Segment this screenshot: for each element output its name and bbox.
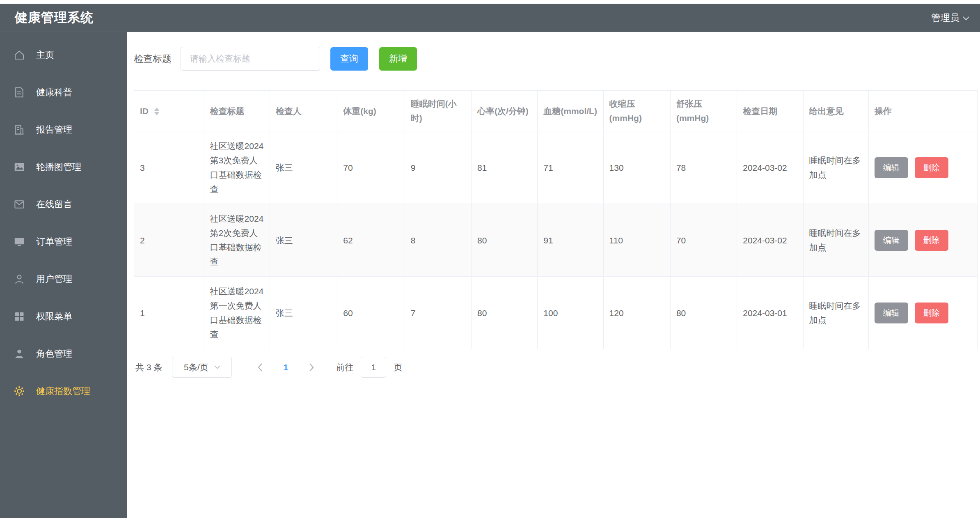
column-header-sleep: 睡眠时间(小时) xyxy=(405,91,471,131)
cell-opinion: 睡眠时间在多加点 xyxy=(803,131,868,204)
cell-id: 2 xyxy=(134,204,204,277)
cell-date: 2024-03-01 xyxy=(737,277,803,349)
sidebar-item-health-science[interactable]: 健康科普 xyxy=(0,73,127,111)
search-toolbar: 检查标题 查询 新增 xyxy=(134,47,978,71)
cell-opinion: 睡眠时间在多加点 xyxy=(803,204,868,277)
edit-button[interactable]: 编辑 xyxy=(875,230,908,251)
sidebar-item-label: 健康科普 xyxy=(36,86,72,99)
cell-blood-sugar: 71 xyxy=(538,131,603,204)
sidebar-item-label: 主页 xyxy=(36,49,54,61)
sort-icon[interactable] xyxy=(154,108,159,115)
delete-button[interactable]: 删除 xyxy=(915,157,948,178)
role-icon xyxy=(13,348,25,360)
goto-unit: 页 xyxy=(394,362,402,373)
admin-menu[interactable]: 管理员 xyxy=(931,11,969,24)
sidebar-item-label: 报告管理 xyxy=(36,124,72,136)
edit-button[interactable]: 编辑 xyxy=(875,303,908,323)
cell-sleep: 9 xyxy=(405,131,471,204)
sidebar-item-label: 订单管理 xyxy=(36,236,72,248)
cell-title: 社区送暖2024第一次免费人口基础数据检查 xyxy=(204,277,270,349)
column-header-id[interactable]: ID xyxy=(134,91,204,131)
search-input[interactable] xyxy=(181,47,320,71)
sidebar: 主页 健康科普 报告管理 轮播图管理 在线留言 xyxy=(0,32,127,518)
sidebar-item-roles[interactable]: 角色管理 xyxy=(0,335,127,372)
sidebar-item-label: 健康指数管理 xyxy=(36,385,90,397)
column-header-actions: 操作 xyxy=(868,91,977,131)
sidebar-item-label: 轮播图管理 xyxy=(36,161,81,173)
goto-page-input[interactable] xyxy=(361,357,386,378)
records-table: ID 检查标题 检查人 体重(kg) 睡眠时间(小时) 心率(次/分钟) 血糖(… xyxy=(134,90,978,349)
sidebar-item-orders[interactable]: 订单管理 xyxy=(0,223,127,260)
cell-weight: 70 xyxy=(337,131,405,204)
page-size-value: 5条/页 xyxy=(184,362,208,373)
delete-button[interactable]: 删除 xyxy=(915,230,948,251)
cell-title: 社区送暖2024第3次免费人口基础数据检查 xyxy=(204,131,270,204)
top-strip xyxy=(0,0,980,4)
prev-page-button[interactable] xyxy=(252,363,268,372)
column-header-heart-rate: 心率(次/分钟) xyxy=(471,91,537,131)
search-label: 检查标题 xyxy=(134,53,172,65)
message-icon xyxy=(13,198,25,211)
table-row: 1 社区送暖2024第一次免费人口基础数据检查 张三 60 7 80 100 1… xyxy=(134,277,978,349)
cell-person: 张三 xyxy=(270,131,337,204)
sidebar-item-permissions[interactable]: 权限菜单 xyxy=(0,298,127,335)
document-icon xyxy=(13,86,25,99)
cell-title: 社区送暖2024第2次免费人口基础数据检查 xyxy=(204,204,270,277)
sidebar-item-users[interactable]: 用户管理 xyxy=(0,260,127,298)
column-header-date: 检查日期 xyxy=(737,91,803,131)
edit-button[interactable]: 编辑 xyxy=(875,157,908,178)
cell-person: 张三 xyxy=(270,277,337,349)
page-number-1[interactable]: 1 xyxy=(275,362,296,372)
column-header-opinion: 给出意见 xyxy=(803,91,868,131)
delete-button[interactable]: 删除 xyxy=(915,303,948,323)
column-header-blood-sugar: 血糖(mmol/L) xyxy=(538,91,603,131)
report-icon xyxy=(13,124,25,136)
sidebar-item-label: 在线留言 xyxy=(36,198,72,211)
main-content: 检查标题 查询 新增 ID 检查标题 检查人 体重(k xyxy=(127,32,980,518)
sidebar-item-home[interactable]: 主页 xyxy=(0,36,127,73)
cell-opinion: 睡眠时间在多加点 xyxy=(803,277,868,349)
table-row: 3 社区送暖2024第3次免费人口基础数据检查 张三 70 9 81 71 13… xyxy=(134,131,978,204)
sidebar-item-messages[interactable]: 在线留言 xyxy=(0,186,127,223)
cell-systolic: 110 xyxy=(603,204,670,277)
cell-actions: 编辑删除 xyxy=(868,131,977,204)
search-button[interactable]: 查询 xyxy=(330,47,368,71)
cell-sleep: 7 xyxy=(405,277,471,349)
carousel-icon xyxy=(13,161,25,173)
cell-weight: 60 xyxy=(337,277,405,349)
add-button[interactable]: 新增 xyxy=(379,47,417,71)
sidebar-item-carousel[interactable]: 轮播图管理 xyxy=(0,148,127,186)
home-icon xyxy=(13,49,25,61)
chevron-down-icon xyxy=(214,365,220,369)
cell-diastolic: 78 xyxy=(670,131,737,204)
table-row: 2 社区送暖2024第2次免费人口基础数据检查 张三 62 8 80 91 11… xyxy=(134,204,978,277)
user-icon xyxy=(13,273,25,285)
chevron-down-icon xyxy=(963,16,969,21)
admin-name: 管理员 xyxy=(931,11,959,24)
cell-date: 2024-03-02 xyxy=(737,131,803,204)
cell-systolic: 120 xyxy=(603,277,670,349)
column-header-systolic: 收缩压(mmHg) xyxy=(603,91,670,131)
cell-heart-rate: 80 xyxy=(471,277,537,349)
sidebar-item-health-index[interactable]: 健康指数管理 xyxy=(0,372,127,410)
sidebar-item-reports[interactable]: 报告管理 xyxy=(0,111,127,148)
cell-weight: 62 xyxy=(337,204,405,277)
cell-actions: 编辑删除 xyxy=(868,204,977,277)
column-header-title: 检查标题 xyxy=(204,91,270,131)
sidebar-item-label: 角色管理 xyxy=(36,348,72,360)
cell-systolic: 130 xyxy=(603,131,670,204)
order-icon xyxy=(13,236,25,248)
column-header-diastolic: 舒张压(mmHg) xyxy=(670,91,737,131)
cell-blood-sugar: 91 xyxy=(538,204,603,277)
cell-heart-rate: 81 xyxy=(471,131,537,204)
cell-sleep: 8 xyxy=(405,204,471,277)
goto-label: 前往 xyxy=(336,362,353,373)
app-header: 健康管理系统 管理员 xyxy=(0,4,980,32)
cell-id: 3 xyxy=(134,131,204,204)
sidebar-item-label: 用户管理 xyxy=(36,273,72,285)
app-title: 健康管理系统 xyxy=(15,9,94,26)
page-size-select[interactable]: 5条/页 xyxy=(172,357,232,378)
chevron-right-icon xyxy=(309,363,315,372)
next-page-button[interactable] xyxy=(303,363,320,372)
pagination-total: 共 3 条 xyxy=(135,362,162,373)
